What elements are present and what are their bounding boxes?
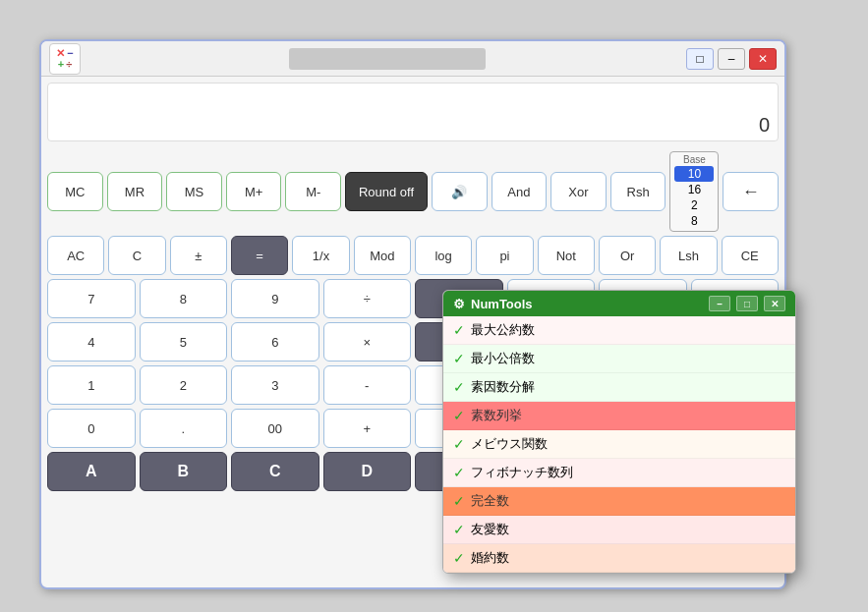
btn-1[interactable]: 1 [47,365,136,405]
list-item[interactable]: ✓ 完全数 [443,487,795,516]
not-button[interactable]: Not [538,236,595,275]
base-panel: Base 10 16 2 8 [669,151,719,232]
plusminus-button[interactable]: ± [170,236,227,275]
subtract-button[interactable]: - [323,365,412,405]
btn-5[interactable]: 5 [140,322,228,362]
list-item[interactable]: ✓ 素因数分解 [443,373,795,402]
numtools-title-area: ⚙ NumTools [453,297,533,311]
multiply-button[interactable]: × [323,322,412,362]
display-value: 0 [759,114,770,137]
check-icon: ✓ [453,465,465,480]
base-16[interactable]: 16 [674,182,714,197]
btn-a[interactable]: A [47,452,136,491]
pi-button[interactable]: pi [476,236,533,275]
base-8[interactable]: 8 [674,213,714,229]
close-button[interactable]: ✕ [749,48,777,70]
mod-button[interactable]: Mod [354,236,411,275]
base-label: Base [683,154,706,165]
base-10[interactable]: 10 [674,166,714,182]
mminus-button[interactable]: M- [285,172,341,211]
base-2[interactable]: 2 [674,197,714,213]
rsh-button[interactable]: Rsh [610,172,666,211]
c-button[interactable]: C [108,236,165,275]
list-item[interactable]: ✓ メビウス関数 [443,430,795,459]
sound-button[interactable]: 🔊 [432,172,488,211]
check-icon: ✓ [453,379,465,395]
item-label: フィボナッチ数列 [471,464,573,481]
btn-8[interactable]: 8 [140,279,228,318]
numtools-titlebar: ⚙ NumTools – □ ✕ [443,291,795,316]
or-button[interactable]: Or [599,236,656,275]
list-item[interactable]: ✓ 最小公倍数 [443,345,795,373]
title-bar-spacer [88,48,686,70]
equals-button[interactable]: = [231,236,288,275]
btn-6[interactable]: 6 [231,322,319,362]
check-icon: ✓ [453,408,465,423]
row-2: AC C ± = 1/x Mod log pi Not Or Lsh CE [47,236,779,275]
list-item[interactable]: ✓ 最大公約数 [443,316,795,345]
item-label: 完全数 [471,492,509,510]
and-button[interactable]: And [492,172,548,211]
btn-4[interactable]: 4 [47,322,136,362]
check-icon: ✓ [453,351,465,366]
ms-button[interactable]: MS [166,172,222,211]
mplus-button[interactable]: M+ [226,172,282,211]
reciprocal-button[interactable]: 1/x [292,236,349,275]
numtools-window: ⚙ NumTools – □ ✕ ✓ 最大公約数 ✓ 最小公倍数 ✓ 素因数分解… [442,290,796,574]
check-icon: ✓ [453,550,465,566]
row-1: MC MR MS M+ M- Round off 🔊 And Xor Rsh B… [47,151,779,232]
display-area: 0 [47,83,779,141]
divide-button[interactable]: ÷ [323,279,412,318]
btn-2[interactable]: 2 [140,365,228,405]
numtools-controls: – □ ✕ [709,296,785,311]
item-label: 素因数分解 [471,378,535,396]
list-item[interactable]: ✓ 婚約数 [443,544,795,573]
minimize-button[interactable]: – [718,48,745,70]
window-button[interactable]: □ [686,48,714,70]
item-label: 素数列挙 [471,407,522,424]
item-label: 最小公倍数 [471,350,535,367]
list-item[interactable]: ✓ 素数列挙 [443,402,795,430]
check-icon: ✓ [453,436,465,452]
add-button[interactable]: + [323,409,412,448]
log-button[interactable]: log [415,236,472,275]
list-item[interactable]: ✓ 友愛数 [443,516,795,544]
double-zero-button[interactable]: 00 [231,409,319,448]
btn-b[interactable]: B [140,452,228,491]
check-icon: ✓ [453,522,465,537]
ce-button[interactable]: CE [722,236,779,275]
list-item[interactable]: ✓ フィボナッチ数列 [443,459,795,487]
btn-d[interactable]: D [323,452,412,491]
round-off-button[interactable]: Round off [345,172,428,211]
numtools-list: ✓ 最大公約数 ✓ 最小公倍数 ✓ 素因数分解 ✓ 素数列挙 ✓ メビウス関数 … [443,316,795,573]
item-label: メビウス関数 [471,435,548,453]
mc-button[interactable]: MC [47,172,103,211]
window-controls: □ – ✕ [686,48,777,70]
numtools-icon: ⚙ [453,297,465,311]
lsh-button[interactable]: Lsh [660,236,717,275]
item-label: 最大公約数 [471,321,535,339]
title-bar-drag-area [289,48,486,70]
backspace-button[interactable]: ← [723,172,779,211]
numtools-minimize-button[interactable]: – [709,296,730,311]
numtools-close-button[interactable]: ✕ [764,296,785,311]
item-label: 友愛数 [471,521,509,538]
numtools-title: NumTools [471,297,533,311]
btn-7[interactable]: 7 [47,279,136,318]
btn-c[interactable]: C [231,452,319,491]
btn-9[interactable]: 9 [231,279,319,318]
decimal-button[interactable]: . [140,409,228,448]
btn-3[interactable]: 3 [231,365,319,405]
numtools-restore-button[interactable]: □ [736,296,758,311]
check-icon: ✓ [453,322,465,338]
title-bar: ✕ − + ÷ □ – ✕ [41,41,784,77]
btn-0[interactable]: 0 [47,409,136,448]
xor-button[interactable]: Xor [550,172,607,211]
app-logo: ✕ − + ÷ [49,43,81,75]
ac-button[interactable]: AC [47,236,104,275]
item-label: 婚約数 [471,549,509,567]
check-icon: ✓ [453,493,465,509]
mr-button[interactable]: MR [107,172,163,211]
